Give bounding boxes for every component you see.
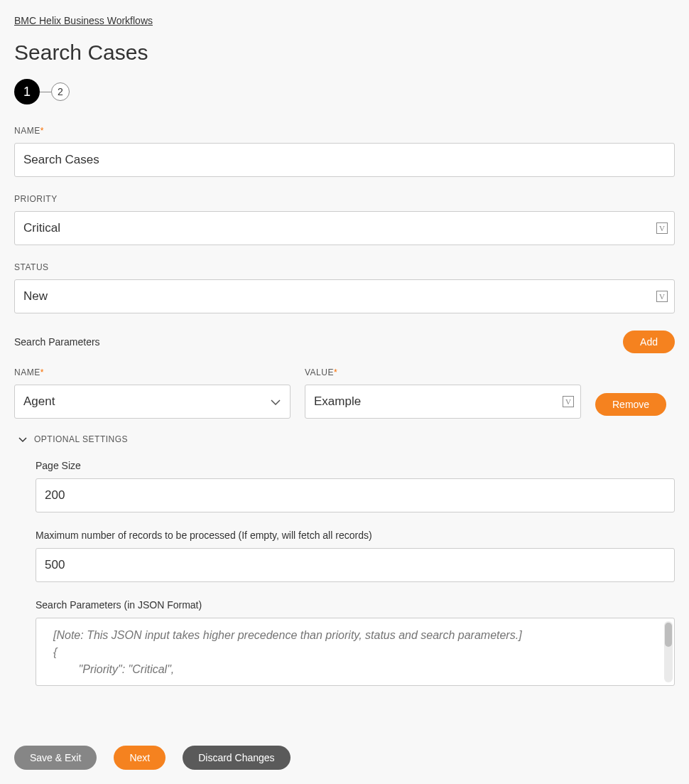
param-name-label: NAME* <box>14 367 291 377</box>
optional-settings-toggle[interactable]: OPTIONAL SETTINGS <box>18 433 675 446</box>
breadcrumb-link[interactable]: BMC Helix Business Workflows <box>14 15 153 26</box>
name-input[interactable] <box>14 143 675 177</box>
param-row: NAME* VALUE* V Remove <box>14 367 675 419</box>
optional-settings-label: OPTIONAL SETTINGS <box>34 434 128 444</box>
param-value-label: VALUE* <box>305 367 581 377</box>
scrollbar-thumb[interactable] <box>665 623 672 647</box>
footer-buttons: Save & Exit Next Discard Changes <box>14 746 291 770</box>
chevron-down-icon <box>18 433 27 446</box>
search-params-label: Search Parameters <box>14 336 100 348</box>
discard-button[interactable]: Discard Changes <box>183 746 290 770</box>
param-value-input[interactable] <box>305 385 581 419</box>
next-button[interactable]: Next <box>114 746 166 770</box>
step-connector <box>40 92 51 92</box>
status-input[interactable] <box>14 279 675 313</box>
priority-input[interactable] <box>14 211 675 245</box>
page-title: Search Cases <box>14 41 675 65</box>
json-params-label: Search Parameters (in JSON Format) <box>36 599 675 611</box>
max-records-input[interactable] <box>36 548 675 582</box>
add-button[interactable]: Add <box>623 331 675 353</box>
name-label: NAME* <box>14 126 675 136</box>
status-label: STATUS <box>14 262 675 272</box>
max-records-label: Maximum number of records to be processe… <box>36 530 675 541</box>
step-1[interactable]: 1 <box>14 79 40 104</box>
page-size-label: Page Size <box>36 460 675 471</box>
page-size-input[interactable] <box>36 478 675 512</box>
priority-label: PRIORITY <box>14 194 675 204</box>
json-params-textarea[interactable] <box>36 618 674 685</box>
step-2[interactable]: 2 <box>51 82 70 101</box>
remove-button[interactable]: Remove <box>595 393 666 416</box>
save-exit-button[interactable]: Save & Exit <box>14 746 97 770</box>
scrollbar[interactable] <box>664 621 673 682</box>
stepper: 1 2 <box>14 79 675 104</box>
param-name-select[interactable] <box>14 385 291 419</box>
